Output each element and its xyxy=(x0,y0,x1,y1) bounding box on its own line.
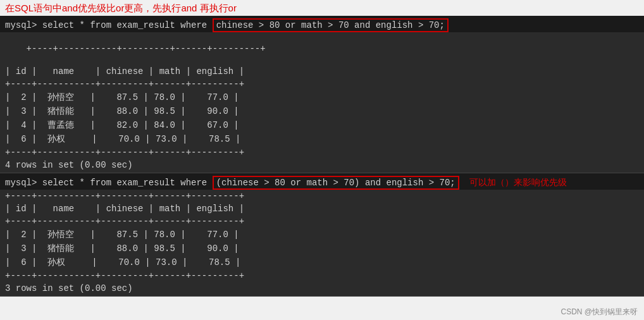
section2-table-header-div1: +----+-----------+---------+------+-----… xyxy=(0,190,644,202)
section2-table-div2: +----+-----------+---------+------+-----… xyxy=(0,215,644,228)
section2-sql-box: (chinese > 80 or math > 70) and english … xyxy=(213,176,459,190)
section1-row-3: | 4 | 曹孟德 | 82.0 | 84.0 | 67.0 | xyxy=(0,118,644,132)
section1-prompt-line: mysql> select * from exam_result where c… xyxy=(0,16,644,32)
section2-footer-div: +----+-----------+---------+------+-----… xyxy=(0,269,644,282)
section1: mysql> select * from exam_result where c… xyxy=(0,16,644,173)
section1-table-div2: +----+-----------+---------+------+-----… xyxy=(0,78,644,90)
top-note: 在SQL语句中and优先级比or更高，先执行and 再执行or xyxy=(0,0,644,16)
section2-prompt-line: mysql> select * from exam_result where (… xyxy=(0,173,644,190)
section1-row-4: | 6 | 孙权 | 70.0 | 73.0 | 78.5 | xyxy=(0,132,644,146)
section2-row-3: | 6 | 孙权 | 70.0 | 73.0 | 78.5 | xyxy=(0,255,644,269)
section2-row-1: | 2 | 孙悟空 | 87.5 | 78.0 | 77.0 | xyxy=(0,228,644,242)
section2-inline-note: 可以加（）来影响优先级 xyxy=(469,177,567,188)
section1-mysql-prompt: mysql> select * from exam_result where xyxy=(5,20,213,30)
section1-footer-div: +----+-----------+---------+------+-----… xyxy=(0,146,644,159)
section2-row-2: | 3 | 猪悟能 | 88.0 | 98.5 | 90.0 | xyxy=(0,242,644,255)
section2-rows-count: 3 rows in set (0.00 sec) xyxy=(0,282,644,296)
section2-table-header: | id | name | chinese | math | english | xyxy=(0,202,644,215)
section1-table: +----+-----------+---------+------+-----… xyxy=(0,32,644,65)
section2-mysql-prompt: mysql> select * from exam_result where xyxy=(5,178,213,188)
watermark: CSDN @快到锅里来呀 xyxy=(560,307,638,317)
section1-header-div1: +----+-----------+---------+------+-----… xyxy=(27,44,266,54)
section1-table-header: | id | name | chinese | math | english | xyxy=(0,65,644,78)
section2: mysql> select * from exam_result where (… xyxy=(0,173,644,297)
section1-sql-box: chinese > 80 or math > 70 and english > … xyxy=(213,18,449,32)
section1-rows-count: 4 rows in set (0.00 sec) xyxy=(0,159,644,173)
section1-row-1: | 2 | 孙悟空 | 87.5 | 78.0 | 77.0 | xyxy=(0,90,644,104)
section1-row-2: | 3 | 猪悟能 | 88.0 | 98.5 | 90.0 | xyxy=(0,104,644,118)
